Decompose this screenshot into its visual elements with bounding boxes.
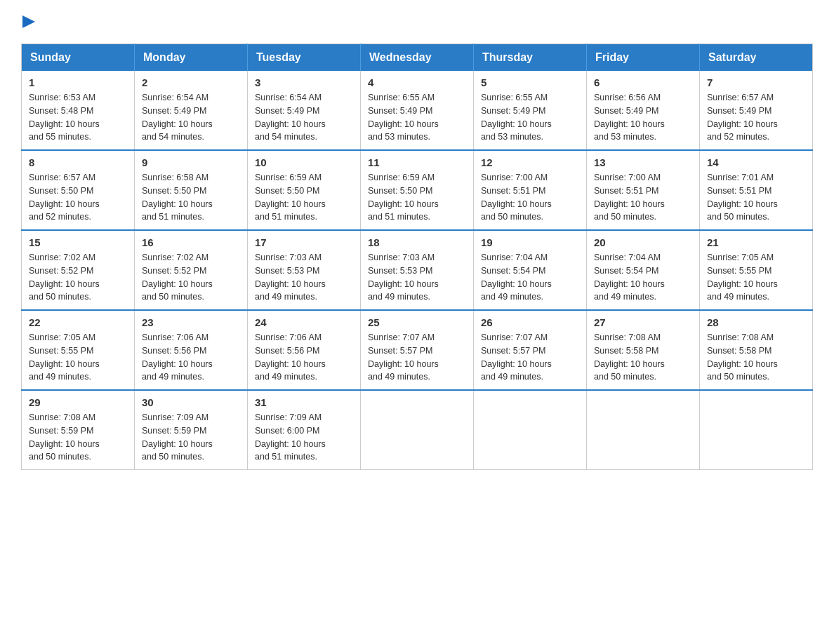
- day-info: Sunrise: 7:09 AMSunset: 6:00 PMDaylight:…: [255, 411, 353, 464]
- day-info: Sunrise: 6:53 AMSunset: 5:48 PMDaylight:…: [29, 91, 127, 144]
- day-number: 31: [255, 396, 353, 408]
- calendar-cell: 14Sunrise: 7:01 AMSunset: 5:51 PMDayligh…: [700, 150, 813, 230]
- calendar-cell: 4Sunrise: 6:55 AMSunset: 5:49 PMDaylight…: [361, 71, 474, 150]
- day-number: 23: [142, 316, 240, 328]
- day-info: Sunrise: 6:55 AMSunset: 5:49 PMDaylight:…: [368, 91, 466, 144]
- calendar-cell: 2Sunrise: 6:54 AMSunset: 5:49 PMDaylight…: [135, 71, 248, 150]
- calendar-cell: 17Sunrise: 7:03 AMSunset: 5:53 PMDayligh…: [248, 230, 361, 310]
- day-number: 3: [255, 76, 353, 88]
- day-number: 24: [255, 316, 353, 328]
- calendar-cell: 22Sunrise: 7:05 AMSunset: 5:55 PMDayligh…: [22, 310, 135, 390]
- day-info: Sunrise: 7:00 AMSunset: 5:51 PMDaylight:…: [481, 171, 579, 224]
- day-number: 5: [481, 76, 579, 88]
- day-number: 28: [707, 316, 805, 328]
- page-header: [21, 14, 813, 29]
- day-info: Sunrise: 7:07 AMSunset: 5:57 PMDaylight:…: [368, 331, 466, 384]
- day-number: 27: [594, 316, 692, 328]
- day-info: Sunrise: 6:56 AMSunset: 5:49 PMDaylight:…: [594, 91, 692, 144]
- calendar-cell: [474, 390, 587, 470]
- calendar-cell: 21Sunrise: 7:05 AMSunset: 5:55 PMDayligh…: [700, 230, 813, 310]
- calendar-cell: 24Sunrise: 7:06 AMSunset: 5:56 PMDayligh…: [248, 310, 361, 390]
- calendar-cell: 15Sunrise: 7:02 AMSunset: 5:52 PMDayligh…: [22, 230, 135, 310]
- day-number: 20: [594, 236, 692, 248]
- day-number: 26: [481, 316, 579, 328]
- calendar-cell: 20Sunrise: 7:04 AMSunset: 5:54 PMDayligh…: [587, 230, 700, 310]
- day-number: 15: [29, 236, 127, 248]
- day-number: 10: [255, 156, 353, 168]
- day-number: 25: [368, 316, 466, 328]
- day-info: Sunrise: 7:05 AMSunset: 5:55 PMDaylight:…: [707, 251, 805, 304]
- calendar-cell: 7Sunrise: 6:57 AMSunset: 5:49 PMDaylight…: [700, 71, 813, 150]
- day-number: 14: [707, 156, 805, 168]
- calendar-header-thursday: Thursday: [474, 44, 587, 72]
- day-info: Sunrise: 7:06 AMSunset: 5:56 PMDaylight:…: [255, 331, 353, 384]
- day-number: 9: [142, 156, 240, 168]
- day-info: Sunrise: 7:03 AMSunset: 5:53 PMDaylight:…: [368, 251, 466, 304]
- calendar-cell: 16Sunrise: 7:02 AMSunset: 5:52 PMDayligh…: [135, 230, 248, 310]
- day-number: 2: [142, 76, 240, 88]
- day-info: Sunrise: 7:09 AMSunset: 5:59 PMDaylight:…: [142, 411, 240, 464]
- day-info: Sunrise: 7:04 AMSunset: 5:54 PMDaylight:…: [594, 251, 692, 304]
- calendar-cell: 3Sunrise: 6:54 AMSunset: 5:49 PMDaylight…: [248, 71, 361, 150]
- day-info: Sunrise: 7:08 AMSunset: 5:58 PMDaylight:…: [594, 331, 692, 384]
- calendar-header-row: SundayMondayTuesdayWednesdayThursdayFrid…: [22, 44, 813, 72]
- calendar-week-row: 29Sunrise: 7:08 AMSunset: 5:59 PMDayligh…: [22, 390, 813, 470]
- day-number: 1: [29, 76, 127, 88]
- day-number: 18: [368, 236, 466, 248]
- calendar-cell: 5Sunrise: 6:55 AMSunset: 5:49 PMDaylight…: [474, 71, 587, 150]
- calendar-header-saturday: Saturday: [700, 44, 813, 72]
- day-info: Sunrise: 6:54 AMSunset: 5:49 PMDaylight:…: [142, 91, 240, 144]
- calendar-cell: 29Sunrise: 7:08 AMSunset: 5:59 PMDayligh…: [22, 390, 135, 470]
- day-info: Sunrise: 7:04 AMSunset: 5:54 PMDaylight:…: [481, 251, 579, 304]
- day-number: 30: [142, 396, 240, 408]
- calendar-cell: [700, 390, 813, 470]
- calendar-cell: 28Sunrise: 7:08 AMSunset: 5:58 PMDayligh…: [700, 310, 813, 390]
- calendar-cell: 6Sunrise: 6:56 AMSunset: 5:49 PMDaylight…: [587, 71, 700, 150]
- calendar-week-row: 8Sunrise: 6:57 AMSunset: 5:50 PMDaylight…: [22, 150, 813, 230]
- calendar-week-row: 22Sunrise: 7:05 AMSunset: 5:55 PMDayligh…: [22, 310, 813, 390]
- calendar-header-tuesday: Tuesday: [248, 44, 361, 72]
- calendar-cell: 31Sunrise: 7:09 AMSunset: 6:00 PMDayligh…: [248, 390, 361, 470]
- day-info: Sunrise: 6:58 AMSunset: 5:50 PMDaylight:…: [142, 171, 240, 224]
- calendar-cell: 8Sunrise: 6:57 AMSunset: 5:50 PMDaylight…: [22, 150, 135, 230]
- day-info: Sunrise: 7:02 AMSunset: 5:52 PMDaylight:…: [29, 251, 127, 304]
- day-info: Sunrise: 6:55 AMSunset: 5:49 PMDaylight:…: [481, 91, 579, 144]
- calendar-cell: 25Sunrise: 7:07 AMSunset: 5:57 PMDayligh…: [361, 310, 474, 390]
- day-info: Sunrise: 7:08 AMSunset: 5:59 PMDaylight:…: [29, 411, 127, 464]
- day-info: Sunrise: 7:03 AMSunset: 5:53 PMDaylight:…: [255, 251, 353, 304]
- day-number: 22: [29, 316, 127, 328]
- svg-marker-0: [22, 15, 35, 28]
- day-number: 21: [707, 236, 805, 248]
- day-number: 7: [707, 76, 805, 88]
- day-info: Sunrise: 6:54 AMSunset: 5:49 PMDaylight:…: [255, 91, 353, 144]
- day-info: Sunrise: 7:05 AMSunset: 5:55 PMDaylight:…: [29, 331, 127, 384]
- calendar-cell: 1Sunrise: 6:53 AMSunset: 5:48 PMDaylight…: [22, 71, 135, 150]
- calendar-header-wednesday: Wednesday: [361, 44, 474, 72]
- calendar-cell: [587, 390, 700, 470]
- day-number: 17: [255, 236, 353, 248]
- day-info: Sunrise: 6:59 AMSunset: 5:50 PMDaylight:…: [368, 171, 466, 224]
- day-number: 8: [29, 156, 127, 168]
- day-info: Sunrise: 6:59 AMSunset: 5:50 PMDaylight:…: [255, 171, 353, 224]
- day-info: Sunrise: 6:57 AMSunset: 5:49 PMDaylight:…: [707, 91, 805, 144]
- calendar-cell: 10Sunrise: 6:59 AMSunset: 5:50 PMDayligh…: [248, 150, 361, 230]
- day-number: 12: [481, 156, 579, 168]
- calendar-header-sunday: Sunday: [22, 44, 135, 72]
- calendar-cell: 13Sunrise: 7:00 AMSunset: 5:51 PMDayligh…: [587, 150, 700, 230]
- day-number: 19: [481, 236, 579, 248]
- logo-arrow-icon: [21, 14, 37, 29]
- calendar-cell: 9Sunrise: 6:58 AMSunset: 5:50 PMDaylight…: [135, 150, 248, 230]
- calendar-week-row: 1Sunrise: 6:53 AMSunset: 5:48 PMDaylight…: [22, 71, 813, 150]
- day-number: 29: [29, 396, 127, 408]
- calendar-header-monday: Monday: [135, 44, 248, 72]
- day-number: 13: [594, 156, 692, 168]
- calendar-cell: 26Sunrise: 7:07 AMSunset: 5:57 PMDayligh…: [474, 310, 587, 390]
- calendar-cell: 19Sunrise: 7:04 AMSunset: 5:54 PMDayligh…: [474, 230, 587, 310]
- day-info: Sunrise: 6:57 AMSunset: 5:50 PMDaylight:…: [29, 171, 127, 224]
- day-number: 6: [594, 76, 692, 88]
- calendar-cell: 23Sunrise: 7:06 AMSunset: 5:56 PMDayligh…: [135, 310, 248, 390]
- calendar-table: SundayMondayTuesdayWednesdayThursdayFrid…: [21, 43, 813, 470]
- calendar-cell: 30Sunrise: 7:09 AMSunset: 5:59 PMDayligh…: [135, 390, 248, 470]
- day-number: 4: [368, 76, 466, 88]
- calendar-cell: 18Sunrise: 7:03 AMSunset: 5:53 PMDayligh…: [361, 230, 474, 310]
